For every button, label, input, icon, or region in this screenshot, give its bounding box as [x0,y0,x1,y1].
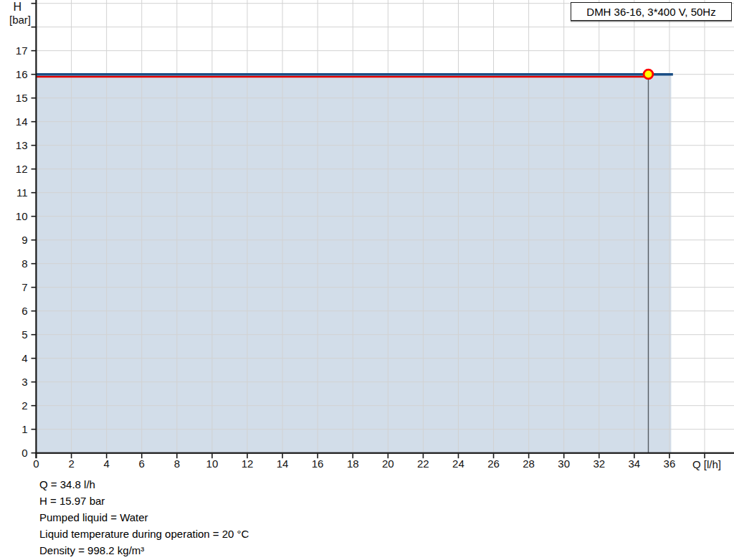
y-tick-mark [32,3,37,4]
x-tick-label: 12 [242,457,254,470]
y-tick-mark [32,169,37,170]
y-tick-mark [32,27,37,28]
x-tick-label: 8 [174,457,180,470]
y-tick-label: 10 [16,210,28,222]
y-tick-label: 0 [22,447,27,459]
x-tick-label: 18 [347,457,359,470]
y-tick-label: 9 [22,234,27,246]
x-tick-label: 2 [68,457,74,470]
x-tick-label: 34 [629,457,641,470]
y-tick-label: 8 [22,257,27,270]
y-tick-label: 2 [22,399,27,412]
y-tick-mark [32,334,37,336]
y-tick-label: 1 [22,423,27,435]
x-tick-label: 16 [312,457,324,470]
info-line-density: Density = 998.2 kg/m³ [39,542,249,559]
y-tick-label: 12 [16,163,28,175]
y-tick-label: 15 [16,92,28,104]
x-tick-label: 10 [206,457,219,470]
y-tick-mark [32,145,37,146]
y-tick-mark [32,310,37,312]
y-tick-mark [32,192,37,194]
y-tick-mark [32,429,37,430]
y-tick-label: 14 [16,115,28,128]
y-tick-label: 16 [16,68,28,80]
y-tick-label: 5 [22,328,27,341]
x-tick-label: 30 [558,457,570,470]
y-tick-mark [32,381,37,383]
info-line-liquid: Pumped liquid = Water [39,509,249,526]
y-axis-line [35,0,37,458]
y-tick-label: 13 [16,139,28,151]
y-tick-mark [32,358,37,359]
y-tick-mark [32,263,37,265]
y-tick-mark [32,405,37,407]
y-tick-label: 7 [22,281,27,293]
pump-curve-chart[interactable]: 0246810121416182022242628303234360123456… [0,0,734,473]
y-tick-mark [32,98,37,99]
y-tick-mark [32,239,37,241]
x-tick-label: 24 [452,457,464,470]
y-tick-mark [32,452,37,454]
duty-point-marker[interactable] [644,70,653,79]
x-axis-line [35,452,734,454]
y-tick-label: 17 [16,44,28,57]
y-tick-mark [32,287,37,288]
x-tick-label: 14 [277,457,289,470]
y-tick-label: 6 [22,305,27,317]
y-tick-mark [32,216,37,217]
y-tick-label: 4 [22,352,27,364]
legend-label: DMH 36-16, 3*400 V, 50Hz [586,6,715,18]
info-line-h: H = 15.97 bar [39,493,249,509]
y-tick-mark [32,74,37,75]
x-tick-label: 36 [664,457,676,470]
x-axis-unit-label: Q [l/h] [692,458,721,470]
x-tick-label: 26 [487,457,500,470]
info-line-q: Q = 34.8 l/h [39,476,249,493]
y-tick-label: 11 [16,186,28,199]
x-tick-label: 28 [523,457,535,470]
x-tick-label: 32 [593,457,605,470]
x-tick-label: 4 [103,457,109,470]
x-tick-label: 6 [139,457,145,470]
y-tick-mark [32,50,37,52]
x-tick-label: 0 [33,457,39,470]
y-tick-mark [32,121,37,123]
pump-curve-page: H [bar] 02468101214161820222426283032343… [0,0,734,560]
y-tick-label: 3 [22,376,27,388]
x-tick-label: 22 [417,457,429,470]
info-line-temperature: Liquid temperature during operation = 20… [39,526,249,542]
duty-info-block: Q = 34.8 l/h H = 15.97 bar Pumped liquid… [39,476,249,559]
x-tick-label: 20 [382,457,394,470]
curve-legend: DMH 36-16, 3*400 V, 50Hz [571,2,732,21]
